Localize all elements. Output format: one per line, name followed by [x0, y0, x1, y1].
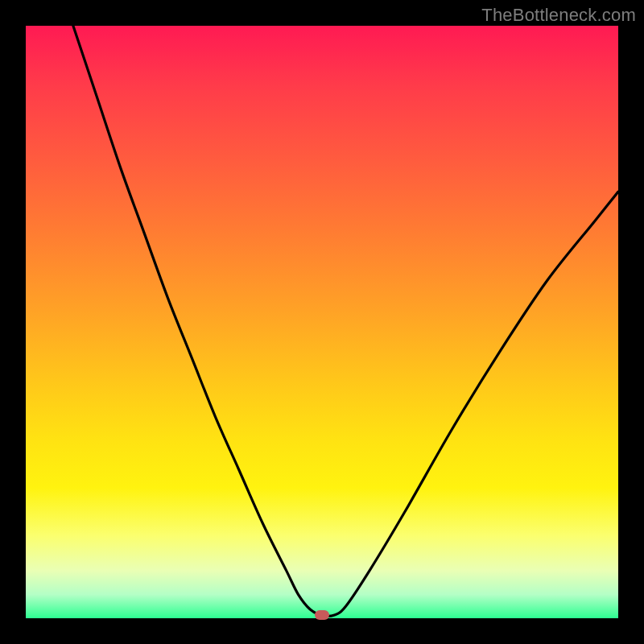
- watermark-text: TheBottleneck.com: [481, 5, 636, 26]
- bottleneck-curve: [26, 26, 618, 618]
- chart-frame: TheBottleneck.com: [0, 0, 644, 644]
- plot-area: [26, 26, 618, 618]
- optimal-point-marker: [315, 610, 329, 620]
- curve-path: [73, 26, 618, 616]
